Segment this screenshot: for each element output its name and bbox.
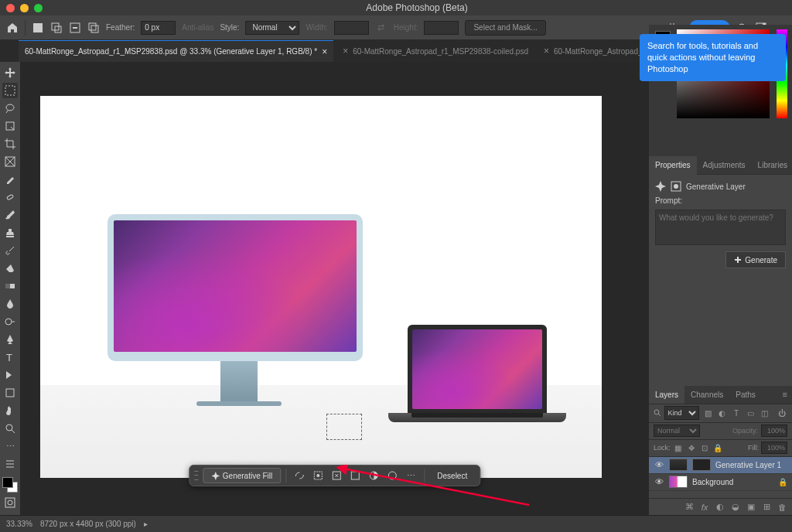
crop-tool-icon[interactable] [2,136,18,152]
status-bar: 33.33% 8720 px x 4480 px (300 ppi) ▸ [0,515,792,532]
eyedropper-tool-icon[interactable] [2,172,18,187]
remove-background-icon[interactable] [309,467,326,484]
adjustments-tab[interactable]: Adjustments [697,156,752,175]
frame-tool-icon[interactable] [2,154,18,169]
visibility-icon[interactable]: 👁 [654,477,664,486]
filter-search-icon[interactable] [654,409,661,417]
lasso-tool-icon[interactable] [2,101,18,116]
group-icon[interactable]: ▣ [746,502,756,513]
generative-fill-button[interactable]: Generative Fill [203,468,281,483]
adjustment-icon[interactable] [365,467,382,484]
pen-tool-icon[interactable] [2,332,18,347]
lock-pixels-icon[interactable]: ▦ [673,442,684,453]
filter-pixel-icon[interactable]: ▧ [702,408,713,419]
prompt-input[interactable] [655,210,786,245]
libraries-tab[interactable]: Libraries [752,156,792,175]
more-icon[interactable]: ⋯ [402,467,419,484]
edit-toolbar-icon[interactable] [2,456,18,472]
filter-toggle-icon[interactable]: ⏻ [777,408,787,419]
layer-item[interactable]: 👁 Background 🔒 [649,474,792,491]
gradient-tool-icon[interactable] [2,278,18,294]
history-brush-icon[interactable] [2,243,18,258]
color-swatch-icon[interactable] [2,477,18,493]
brush-tool-icon[interactable] [2,207,18,223]
selection-tool-icon[interactable] [2,118,18,134]
tool-strip: T ⋯ [0,62,20,531]
channels-tab[interactable]: Channels [684,385,729,404]
heal-tool-icon[interactable] [2,189,18,205]
layer-thumb[interactable] [669,459,688,471]
document-tab[interactable]: 60-MattRonge_Astropad_r1_MSP29838.psd @ … [19,40,333,62]
drag-handle-icon[interactable] [194,469,198,482]
dodge-tool-icon[interactable] [2,314,18,329]
panel-menu-icon[interactable]: ≡ [778,390,792,399]
lock-position-icon[interactable]: ✥ [686,442,697,453]
home-icon[interactable] [6,22,19,34]
style-select[interactable]: Normal [245,21,299,35]
fill-input[interactable] [761,442,787,454]
marquee-selection[interactable] [326,414,362,440]
visibility-icon[interactable]: 👁 [654,460,664,469]
selection-subtract-icon[interactable] [69,22,81,34]
feather-input[interactable] [141,21,176,35]
create-mask-icon[interactable] [384,467,401,484]
type-tool-icon[interactable]: T [2,350,18,365]
tab-close-icon[interactable]: × [322,46,327,57]
zoom-tool-icon[interactable] [2,421,18,436]
properties-tab[interactable]: Properties [649,156,697,175]
new-layer-icon[interactable]: ⊞ [761,502,772,513]
quickmask-icon[interactable] [2,495,18,510]
filter-type-icon[interactable]: T [731,408,742,419]
layers-tab[interactable]: Layers [649,385,684,404]
lock-all-icon[interactable]: 🔒 [712,442,723,453]
filter-kind-select[interactable]: Kind [664,406,700,420]
zoom-level[interactable]: 33.33% [6,520,32,528]
delete-layer-icon[interactable]: 🗑 [777,502,787,513]
app-title: Adobe Photoshop (Beta) [48,2,786,13]
selection-new-icon[interactable] [32,22,44,34]
hand-tool-icon[interactable] [2,403,18,418]
document-canvas[interactable] [40,96,602,478]
imac-image [108,214,370,406]
layer-fx-icon[interactable]: fx [699,502,710,513]
ellipsis-icon[interactable]: ⋯ [2,438,18,454]
blur-tool-icon[interactable] [2,296,18,312]
marquee-tool-icon[interactable] [2,83,18,98]
window-titlebar: Adobe Photoshop (Beta) [0,0,792,15]
paths-tab[interactable]: Paths [729,385,762,404]
close-window-icon[interactable] [6,4,15,12]
fill-icon[interactable] [346,467,364,484]
blend-mode-select[interactable]: Normal [654,425,700,437]
canvas-area[interactable]: Generative Fill ⋯ Deselect [20,62,649,515]
generate-button[interactable]: Generate [725,251,786,268]
layer-thumb[interactable] [669,476,688,488]
tab-close-icon[interactable]: × [544,46,549,56]
shape-tool-icon[interactable] [2,385,18,401]
filter-shape-icon[interactable]: ▭ [745,408,756,419]
fullscreen-window-icon[interactable] [34,4,43,12]
layer-mask-thumb[interactable] [692,459,711,471]
lock-artboard-icon[interactable]: ⊡ [699,442,710,453]
filter-adjust-icon[interactable]: ◐ [717,408,728,419]
filter-smart-icon[interactable]: ◫ [759,408,770,419]
select-subject-icon[interactable] [291,467,308,484]
opacity-input[interactable] [761,425,787,437]
move-tool-icon[interactable] [2,65,18,80]
deselect-button[interactable]: Deselect [429,468,475,483]
select-and-mask-button[interactable]: Select and Mask... [465,20,545,36]
selection-add-icon[interactable] [50,22,63,34]
tab-close-icon[interactable]: × [343,46,348,56]
layer-item[interactable]: 👁 Generative Layer 1 [649,457,792,474]
document-tab[interactable]: ×60-MattRonge_Astropad_r1_MSP29838-coile… [336,40,534,62]
transform-icon[interactable] [328,467,345,484]
minimize-window-icon[interactable] [20,4,29,12]
document-info[interactable]: 8720 px x 4480 px (300 ppi) [40,520,136,528]
link-layers-icon[interactable]: ⌘ [684,502,695,513]
selection-intersect-icon[interactable] [87,22,100,34]
chevron-right-icon[interactable]: ▸ [144,520,148,528]
stamp-tool-icon[interactable] [2,225,18,240]
layer-mask-icon[interactable]: ◐ [715,502,725,513]
adjustment-layer-icon[interactable]: ◒ [730,502,741,513]
path-tool-icon[interactable] [2,367,18,383]
eraser-tool-icon[interactable] [2,261,18,276]
